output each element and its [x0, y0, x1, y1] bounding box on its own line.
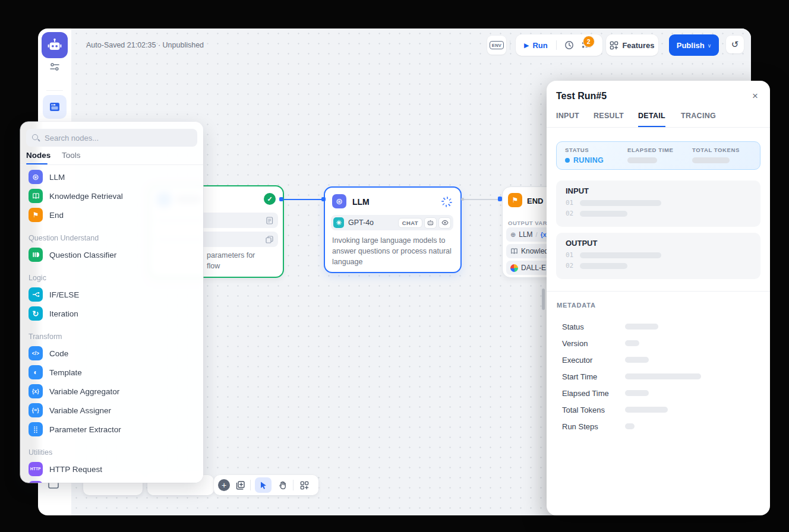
node-list: ⊛ LLM Knowledge Retrieval ⚑ End Question…	[20, 167, 203, 483]
edge-start-to-llm[interactable]	[282, 199, 324, 200]
node-item-question-classifier[interactable]: Question Classifier	[20, 245, 203, 264]
search-placeholder: Search nodes...	[45, 134, 99, 142]
loading-spinner-icon	[441, 197, 452, 207]
if-else-icon	[29, 287, 43, 302]
toolbar-divider	[293, 480, 293, 490]
node-item-parameter-extractor[interactable]: ⣿ Parameter Extractor	[20, 420, 203, 439]
success-check-icon: ✓	[264, 193, 276, 205]
run-button[interactable]: Run	[532, 41, 547, 50]
cursor-icon	[259, 481, 268, 490]
edge-handle[interactable]	[498, 197, 502, 201]
meta-skeleton	[625, 423, 635, 429]
edge-llm-to-end[interactable]	[462, 199, 502, 200]
knowledge-icon	[29, 189, 43, 203]
start-node-description: parameters for flow	[207, 250, 255, 271]
node-item-knowledge-retrieval[interactable]: Knowledge Retrieval	[20, 186, 203, 205]
end-icon: ⚑	[29, 208, 43, 222]
group-header-question-understand: Question Understand	[20, 224, 203, 245]
edge-handle[interactable]	[461, 198, 464, 201]
run-history-icon[interactable]	[564, 40, 574, 50]
version-history-button[interactable]: ↺	[726, 36, 744, 53]
topbar-divider	[510, 40, 510, 50]
meta-skeleton	[625, 373, 701, 379]
tab-detail[interactable]: DETAIL	[638, 112, 665, 120]
http-request-icon: HTTP	[29, 462, 43, 476]
close-icon[interactable]: ×	[752, 91, 758, 101]
iteration-icon: ↻	[29, 306, 43, 321]
canvas-scrollbar[interactable]	[542, 289, 545, 310]
node-item-variable-aggregator[interactable]: {x} Variable Aggregator	[20, 382, 203, 401]
rail-divider	[46, 90, 63, 91]
node-item-end[interactable]: ⚑ End	[20, 205, 203, 224]
llm-var-icon: ⊕	[510, 232, 516, 238]
node-item-if-else[interactable]: IF/ELSE	[20, 285, 203, 304]
node-item-iteration[interactable]: ↻ Iteration	[20, 304, 203, 323]
model-selector[interactable]: ✳ GPT-4o CHAT	[331, 215, 453, 230]
meta-label-executor: Executor	[562, 356, 592, 365]
note-plus-icon	[235, 480, 245, 490]
node-item-llm[interactable]: ⊛ LLM	[20, 167, 203, 186]
dalle-icon	[510, 264, 518, 272]
hand-mode-button[interactable]	[275, 480, 289, 490]
input-skeleton	[580, 211, 627, 217]
checklist-button[interactable]: 2	[582, 40, 591, 50]
robot-icon	[46, 37, 63, 53]
metadata-title: METADATA	[557, 302, 596, 309]
meta-skeleton	[625, 357, 649, 363]
node-item-template[interactable]: ◐ Template	[20, 363, 203, 382]
checklist-count-badge: 2	[583, 36, 595, 48]
llm-node-icon: ⊛	[332, 194, 346, 208]
openai-icon: ✳	[333, 217, 344, 228]
node-item-list-operator[interactable]: ≡▿ List Operator	[20, 479, 203, 483]
env-icon: ENV	[490, 41, 503, 49]
features-button[interactable]: Features	[606, 34, 658, 56]
meta-skeleton	[625, 390, 649, 396]
tab-result[interactable]: RESULT	[594, 112, 624, 120]
meta-label-status: Status	[562, 322, 584, 331]
variable-assigner-icon: {=}	[29, 403, 43, 417]
node-panel-tabs: Nodes Tools	[20, 149, 203, 165]
app-logo[interactable]	[42, 32, 68, 58]
run-group-divider	[556, 40, 557, 50]
copy-icon	[266, 236, 273, 243]
search-icon	[32, 134, 40, 142]
meta-label-start-time: Start Time	[562, 372, 597, 381]
publish-button[interactable]: Publish ∨	[669, 34, 719, 56]
status-label: STATUS	[565, 147, 589, 153]
run-panel-tabs: INPUT RESULT DETAIL TRACING	[547, 112, 770, 128]
row-index: 01	[566, 251, 573, 259]
edge-handle[interactable]	[279, 197, 283, 201]
node-item-http-request[interactable]: HTTP HTTP Request	[20, 460, 203, 479]
tuning-icon[interactable]	[49, 62, 60, 71]
llm-node[interactable]: ⊛ LLM ✳ GPT-4o CHAT Invoking large langu	[324, 186, 462, 273]
node-item-variable-assigner[interactable]: {=} Variable Assigner	[20, 401, 203, 420]
template-icon: ◐	[29, 365, 43, 379]
workflow-view-button[interactable]	[43, 95, 67, 119]
meta-label-total-tokens: Total Tokens	[562, 406, 605, 414]
env-button[interactable]: ENV	[487, 36, 506, 55]
search-input[interactable]: Search nodes...	[26, 129, 197, 147]
row-index: 02	[566, 262, 573, 270]
add-note-button[interactable]	[233, 480, 247, 490]
hand-icon	[278, 480, 287, 490]
status-value: RUNING	[565, 156, 604, 164]
organize-nodes-button[interactable]	[297, 481, 311, 490]
add-node-button[interactable]: +	[218, 479, 230, 491]
features-icon	[610, 41, 618, 50]
play-icon: ▶	[524, 42, 529, 49]
edge-handle[interactable]	[321, 197, 326, 201]
run-status-card: STATUS ELAPSED TIME TOTAL TOKENS RUNING	[556, 141, 760, 170]
vision-eye-icon	[438, 217, 451, 229]
tab-tools[interactable]: Tools	[62, 151, 81, 160]
node-picker-panel: Search nodes... Nodes Tools ⊛ LLM Knowle…	[20, 122, 203, 483]
tab-input[interactable]: INPUT	[556, 112, 579, 120]
tab-nodes[interactable]: Nodes	[26, 151, 51, 160]
elapsed-time-skeleton	[627, 157, 657, 163]
canvas-toolbar: +	[214, 475, 318, 495]
output-skeleton	[580, 263, 627, 269]
tab-tracing[interactable]: TRACING	[681, 112, 716, 120]
meta-label-version: Version	[562, 339, 588, 348]
node-item-code[interactable]: </> Code	[20, 344, 203, 363]
pointer-mode-button[interactable]	[255, 477, 272, 493]
parameter-extractor-icon: ⣿	[29, 422, 43, 436]
